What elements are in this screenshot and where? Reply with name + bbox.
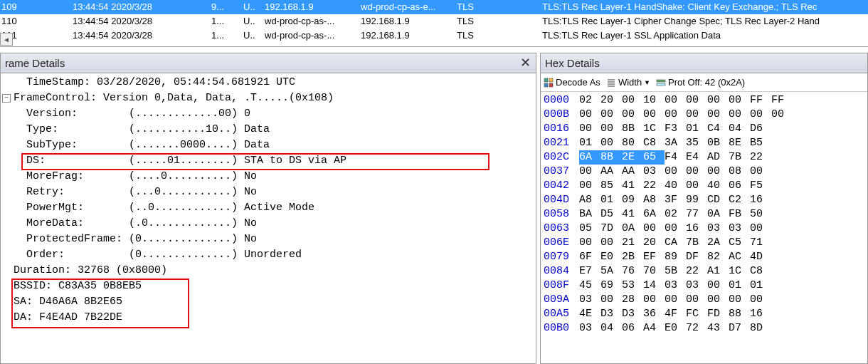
hex-byte[interactable]: 00 bbox=[750, 222, 771, 236]
hex-byte[interactable]: AA bbox=[622, 165, 643, 179]
hex-byte[interactable]: 00 bbox=[600, 236, 622, 250]
hex-byte[interactable]: A8 bbox=[579, 193, 600, 207]
hex-byte[interactable]: 00 bbox=[643, 108, 665, 122]
hex-byte[interactable]: 36 bbox=[643, 307, 665, 321]
hex-byte[interactable]: DF bbox=[686, 250, 707, 264]
tree-framecontrol[interactable]: −FrameControl: Version 0,Data, Data, .T.… bbox=[2, 90, 536, 106]
hex-byte[interactable]: 00 bbox=[729, 293, 750, 307]
hex-byte[interactable]: 16 bbox=[750, 193, 771, 207]
hex-byte[interactable]: 03 bbox=[643, 165, 665, 179]
tree-order[interactable]: Order: (0..............) Unordered bbox=[2, 247, 536, 263]
hex-byte[interactable]: 65 bbox=[643, 150, 665, 165]
hex-byte[interactable]: 00 bbox=[665, 165, 686, 179]
tree-morefrag[interactable]: MoreFrag: (....0..........) No bbox=[2, 169, 536, 184]
tree-moredata[interactable]: MoreData: (.0.............) No bbox=[2, 216, 536, 232]
hex-byte[interactable]: 20 bbox=[600, 93, 622, 108]
hex-byte[interactable]: 16 bbox=[686, 222, 707, 236]
hex-byte[interactable]: C4 bbox=[707, 122, 729, 136]
hex-byte[interactable]: F5 bbox=[750, 179, 771, 193]
hex-byte[interactable]: 1C bbox=[643, 122, 665, 136]
hex-byte[interactable]: 69 bbox=[600, 279, 622, 293]
hex-byte[interactable]: 00 bbox=[622, 108, 643, 122]
hex-row[interactable]: 006E00002120CA7B2AC571 bbox=[544, 236, 867, 250]
packet-grid[interactable]: 10913:44:54 2020/3/289...U..192.168.1.9w… bbox=[0, 0, 868, 47]
hex-byte[interactable]: 45 bbox=[579, 279, 600, 293]
hex-byte[interactable]: A8 bbox=[643, 193, 665, 207]
hex-byte[interactable]: 00 bbox=[579, 179, 600, 193]
hex-byte[interactable]: BA bbox=[579, 207, 600, 222]
tree-sa[interactable]: SA: D46A6A 8B2E65 bbox=[2, 294, 536, 310]
tree-da[interactable]: DA: F4E4AD 7B22DE bbox=[2, 310, 536, 326]
hex-byte[interactable]: 80 bbox=[622, 136, 643, 150]
hex-byte[interactable]: 06 bbox=[729, 179, 750, 193]
hex-byte[interactable]: 4D bbox=[750, 250, 771, 264]
hex-byte[interactable]: 5B bbox=[665, 264, 686, 279]
hex-byte[interactable]: 0A bbox=[622, 222, 643, 236]
hex-byte[interactable]: 00 bbox=[707, 108, 729, 122]
hex-byte[interactable]: 10 bbox=[643, 93, 665, 108]
hex-byte[interactable]: F3 bbox=[665, 122, 686, 136]
hex-byte[interactable]: FD bbox=[707, 307, 729, 321]
hex-byte[interactable]: 03 bbox=[579, 293, 600, 307]
hex-byte[interactable]: 01 bbox=[750, 279, 771, 293]
frame-tree[interactable]: TimeStamp: 03/28/2020, 05:44:54.681921 U… bbox=[1, 73, 536, 326]
hex-byte[interactable]: 14 bbox=[643, 279, 665, 293]
hex-byte[interactable]: 89 bbox=[665, 250, 686, 264]
packet-row[interactable]: 11113:44:54 2020/3/281...U..wd-prod-cp-a… bbox=[0, 28, 868, 43]
hex-byte[interactable]: 85 bbox=[600, 179, 622, 193]
hex-row[interactable]: 0021010080C83A350B8EB5 bbox=[544, 136, 867, 150]
hex-byte[interactable]: 00 bbox=[643, 293, 665, 307]
hex-byte[interactable]: 1C bbox=[729, 264, 750, 279]
hex-byte[interactable]: 00 bbox=[686, 93, 707, 108]
hex-byte[interactable]: 82 bbox=[707, 250, 729, 264]
width-button[interactable]: Width ▼ bbox=[606, 77, 650, 88]
hex-byte[interactable]: 7B bbox=[729, 150, 750, 165]
hex-byte[interactable]: 00 bbox=[729, 93, 750, 108]
tree-type[interactable]: Type: (...........10..) Data bbox=[2, 122, 536, 137]
tree-toggle[interactable]: − bbox=[2, 94, 11, 103]
hex-byte[interactable]: FF bbox=[750, 93, 771, 108]
hex-byte[interactable]: 00 bbox=[686, 293, 707, 307]
hex-byte[interactable]: 43 bbox=[707, 321, 729, 336]
hex-byte[interactable]: 70 bbox=[643, 264, 665, 279]
hex-byte[interactable]: CA bbox=[665, 236, 686, 250]
hex-byte[interactable]: 00 bbox=[750, 293, 771, 307]
hex-byte[interactable]: 20 bbox=[643, 236, 665, 250]
hex-byte[interactable]: D3 bbox=[622, 307, 643, 321]
hex-byte[interactable]: C8 bbox=[643, 136, 665, 150]
hex-byte[interactable]: 02 bbox=[665, 207, 686, 222]
tree-retry[interactable]: Retry: (...0...........) No bbox=[2, 184, 536, 200]
hex-byte[interactable]: 00 bbox=[579, 122, 600, 136]
hex-byte[interactable]: 72 bbox=[686, 321, 707, 336]
hex-byte[interactable]: 76 bbox=[622, 264, 643, 279]
hex-byte[interactable]: C2 bbox=[729, 193, 750, 207]
hex-byte[interactable]: C8 bbox=[750, 264, 771, 279]
hex-byte[interactable]: 00 bbox=[686, 179, 707, 193]
hex-byte[interactable]: 22 bbox=[643, 179, 665, 193]
hex-dump[interactable]: 00000220001000000000FFFF000B000000000000… bbox=[541, 92, 867, 336]
hex-byte[interactable]: D5 bbox=[600, 207, 622, 222]
hex-byte[interactable]: 00 bbox=[771, 108, 793, 122]
hex-row[interactable]: 0084E75A76705B22A11CC8 bbox=[544, 264, 867, 279]
hex-byte[interactable]: C5 bbox=[729, 236, 750, 250]
hex-byte[interactable]: 01 bbox=[600, 193, 622, 207]
hex-row[interactable]: 003700AAAA030000000800 bbox=[544, 165, 867, 179]
hex-byte[interactable]: 4F bbox=[665, 307, 686, 321]
hex-byte[interactable]: 08 bbox=[729, 165, 750, 179]
hex-byte[interactable]: 6A bbox=[643, 207, 665, 222]
hex-byte[interactable]: 0A bbox=[707, 207, 729, 222]
hex-byte[interactable]: 71 bbox=[750, 236, 771, 250]
hex-row[interactable]: 0063057D0A000016030300 bbox=[544, 222, 867, 236]
hex-row[interactable]: 00420085412240004006F5 bbox=[544, 179, 867, 193]
hex-byte[interactable]: 8D bbox=[750, 321, 771, 336]
hex-byte[interactable]: 28 bbox=[622, 293, 643, 307]
tree-duration[interactable]: Duration: 32768 (0x8000) bbox=[2, 263, 536, 279]
hex-byte[interactable]: 00 bbox=[600, 293, 622, 307]
tree-protectedframe[interactable]: ProtectedFrame: (0..............) No bbox=[2, 232, 536, 247]
hex-byte[interactable]: E7 bbox=[579, 264, 600, 279]
hex-byte[interactable]: 16 bbox=[750, 307, 771, 321]
hex-byte[interactable]: 03 bbox=[579, 321, 600, 336]
hex-byte[interactable]: 03 bbox=[707, 222, 729, 236]
hex-byte[interactable]: FB bbox=[729, 207, 750, 222]
hex-byte[interactable]: 77 bbox=[686, 207, 707, 222]
